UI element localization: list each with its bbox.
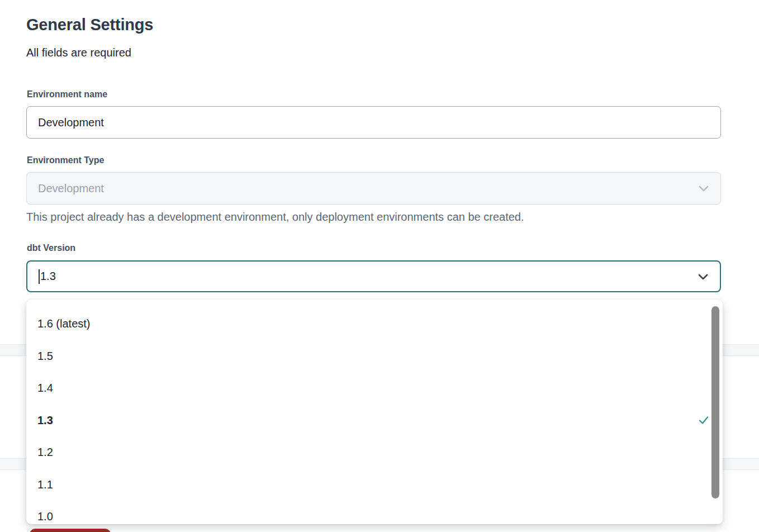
dropdown-option-label: 1.2 bbox=[37, 446, 53, 459]
dropdown-option[interactable]: 1.4 bbox=[26, 372, 723, 405]
dropdown-option[interactable]: 1.0 bbox=[26, 501, 723, 524]
danger-button[interactable] bbox=[30, 529, 111, 532]
environment-name-label: Environment name bbox=[27, 89, 107, 99]
dropdown-option[interactable]: 1.1 bbox=[26, 469, 723, 501]
text-caret bbox=[39, 269, 40, 284]
dropdown-option[interactable]: 1.5 bbox=[26, 340, 723, 373]
chevron-down-icon bbox=[697, 182, 710, 195]
chevron-down-icon[interactable] bbox=[696, 270, 710, 283]
dropdown-option[interactable]: 1.2 bbox=[26, 436, 723, 469]
environment-type-value: Development bbox=[38, 182, 104, 195]
dropdown-option-label: 1.6 (latest) bbox=[37, 317, 90, 330]
dropdown-option-label: 1.1 bbox=[37, 478, 53, 491]
environment-type-helper-text: This project already has a development e… bbox=[26, 211, 524, 224]
scrollbar-thumb[interactable] bbox=[711, 306, 719, 498]
dropdown-option[interactable]: 1.6 (latest) bbox=[26, 308, 723, 340]
dropdown-options-list: 1.6 (latest) 1.5 1.4 1.3 1.2 1.1 1.0 bbox=[26, 308, 723, 524]
environment-name-input[interactable] bbox=[26, 106, 721, 139]
dropdown-option-label: 1.3 bbox=[37, 414, 53, 427]
dbt-version-label: dbt Version bbox=[27, 243, 75, 253]
environment-type-select: Development bbox=[26, 172, 721, 205]
page-subtitle: All fields are required bbox=[26, 46, 131, 59]
dropdown-option-label: 1.0 bbox=[37, 510, 53, 523]
dropdown-option[interactable]: 1.3 bbox=[26, 405, 723, 437]
page-title: General Settings bbox=[26, 16, 153, 34]
dropdown-option-label: 1.4 bbox=[37, 382, 53, 395]
dropdown-option-label: 1.5 bbox=[37, 350, 53, 363]
dbt-version-dropdown: 1.6 (latest) 1.5 1.4 1.3 1.2 1.1 1.0 bbox=[26, 300, 723, 524]
dbt-version-combobox[interactable]: 1.3 bbox=[26, 260, 721, 292]
dbt-version-value: 1.3 bbox=[40, 270, 56, 283]
environment-type-label: Environment Type bbox=[27, 155, 104, 165]
check-icon bbox=[698, 415, 709, 426]
